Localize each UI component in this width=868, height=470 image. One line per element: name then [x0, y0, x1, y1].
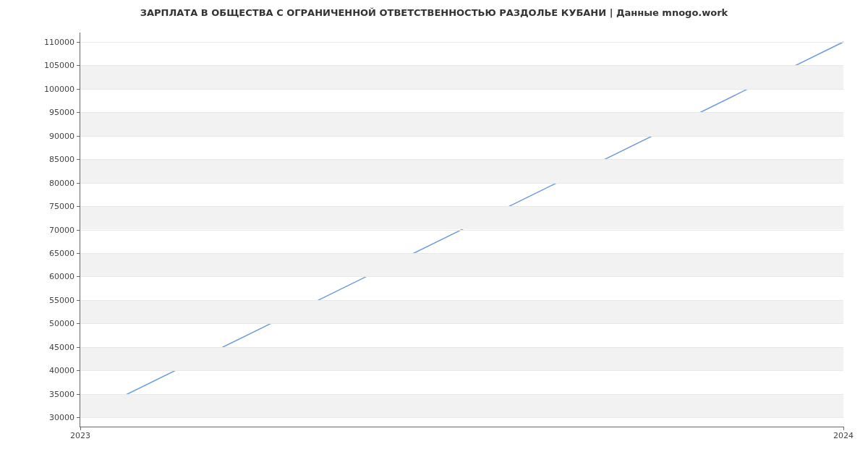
y-tick-notch: [77, 89, 80, 90]
y-tick-label: 65000: [49, 248, 80, 257]
gridline: [80, 417, 843, 418]
y-tick-label: 75000: [49, 202, 80, 211]
grid-band: [80, 112, 843, 135]
x-tick-notch: [843, 427, 844, 430]
gridline: [80, 159, 843, 160]
gridline: [80, 253, 843, 254]
y-tick-notch: [77, 417, 80, 418]
gridline: [80, 112, 843, 113]
y-tick-notch: [77, 323, 80, 324]
gridline: [80, 89, 843, 90]
y-tick-notch: [77, 230, 80, 231]
y-tick-label: 105000: [44, 61, 80, 70]
y-tick-label: 100000: [44, 84, 80, 93]
y-tick-notch: [77, 370, 80, 371]
grid-band: [80, 159, 843, 182]
gridline: [80, 42, 843, 43]
y-tick-notch: [77, 136, 80, 137]
y-tick-label: 80000: [49, 178, 80, 187]
gridline: [80, 347, 843, 348]
grid-band: [80, 347, 843, 370]
y-tick-label: 70000: [49, 225, 80, 234]
gridline: [80, 276, 843, 277]
gridline: [80, 65, 843, 66]
y-tick-label: 55000: [49, 295, 80, 304]
gridline: [80, 323, 843, 324]
grid-band: [80, 206, 843, 229]
gridline: [80, 183, 843, 184]
y-tick-notch: [77, 65, 80, 66]
y-tick-notch: [77, 347, 80, 348]
y-tick-label: 95000: [49, 108, 80, 117]
y-tick-notch: [77, 112, 80, 113]
gridline: [80, 394, 843, 395]
y-tick-notch: [77, 253, 80, 254]
grid-band: [80, 394, 843, 417]
y-tick-label: 110000: [44, 37, 80, 46]
y-tick-notch: [77, 42, 80, 43]
y-tick-label: 85000: [49, 155, 80, 164]
y-tick-notch: [77, 206, 80, 207]
gridline: [80, 230, 843, 231]
y-tick-label: 35000: [49, 389, 80, 398]
chart-title: ЗАРПЛАТА В ОБЩЕСТВА С ОГРАНИЧЕННОЙ ОТВЕТ…: [0, 7, 868, 18]
gridline: [80, 370, 843, 371]
plot-area: 3000035000400004500050000550006000065000…: [80, 33, 843, 427]
y-tick-notch: [77, 394, 80, 395]
grid-band: [80, 300, 843, 323]
y-tick-notch: [77, 159, 80, 160]
y-tick-label: 60000: [49, 272, 80, 281]
x-tick-label: 2024: [833, 431, 854, 440]
grid-band: [80, 253, 843, 276]
x-tick-notch: [80, 427, 81, 430]
salary-line-chart: ЗАРПЛАТА В ОБЩЕСТВА С ОГРАНИЧЕННОЙ ОТВЕТ…: [0, 0, 868, 470]
x-tick-label: 2023: [70, 431, 90, 440]
y-tick-label: 30000: [49, 413, 80, 422]
y-tick-label: 50000: [49, 319, 80, 328]
gridline: [80, 136, 843, 137]
gridline: [80, 206, 843, 207]
y-tick-notch: [77, 183, 80, 184]
y-tick-notch: [77, 300, 80, 301]
y-tick-notch: [77, 276, 80, 277]
grid-band: [80, 65, 843, 88]
y-tick-label: 45000: [49, 342, 80, 351]
y-tick-label: 90000: [49, 131, 80, 140]
gridline: [80, 300, 843, 301]
y-tick-label: 40000: [49, 366, 80, 375]
